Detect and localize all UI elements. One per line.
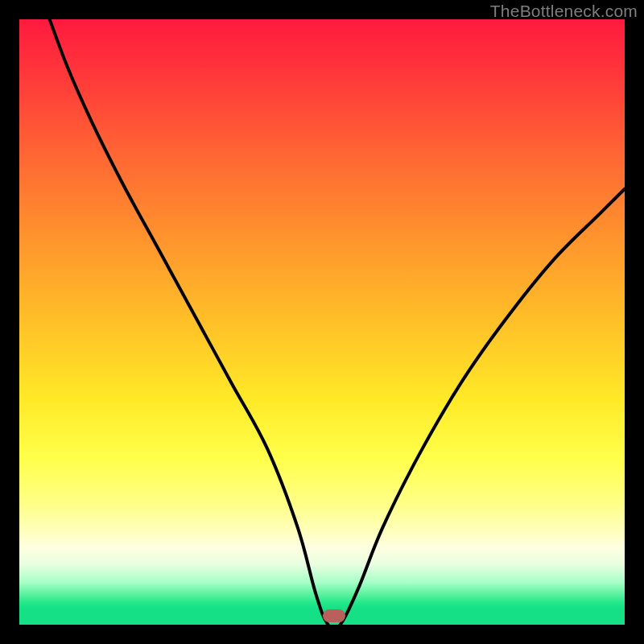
optimal-marker [323, 609, 345, 622]
chart-frame: TheBottleneck.com [0, 0, 644, 644]
watermark-text: TheBottleneck.com [490, 2, 638, 21]
plot-area [19, 19, 625, 625]
bottleneck-curve [19, 19, 625, 625]
